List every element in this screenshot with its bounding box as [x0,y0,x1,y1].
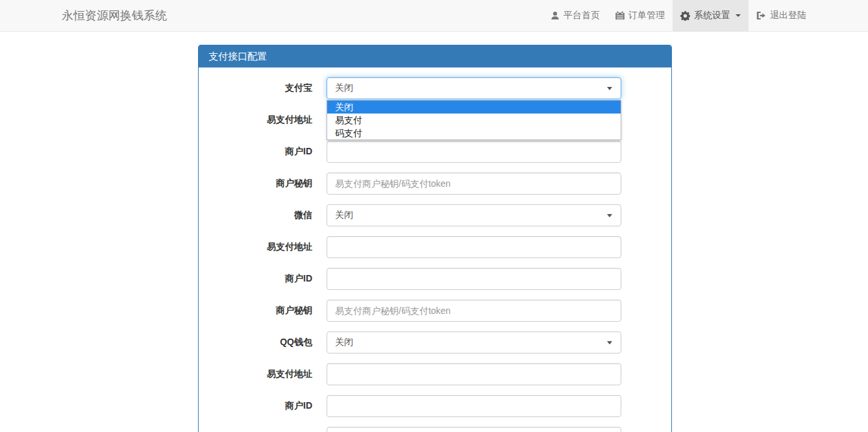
text-input[interactable] [327,395,621,417]
select-dropdown: 关闭易支付码支付 [327,100,621,140]
select-arrow-icon [607,87,612,90]
select-box[interactable]: 关闭 [327,204,621,226]
field-control: 关闭 [327,331,621,354]
panel-title: 支付接口配置 [199,45,671,67]
nav-item-platform-home[interactable]: 平台首页 [543,0,608,31]
form-row: 商户秘钥 [208,173,662,195]
form-row: 易支付地址 [208,363,662,385]
field-control [327,395,621,417]
text-input[interactable] [327,268,621,290]
nav-item-logout[interactable]: 退出登陆 [749,0,814,31]
panel-body: 支付宝 关闭 关闭易支付码支付 易支付地址 商户ID 商户秘钥 微信 关闭 [199,67,671,432]
nav-item-label: 系统设置 [694,10,730,21]
field-control [327,173,621,195]
field-control [327,300,621,322]
select-value: 关闭 [335,337,353,348]
field-control [327,427,621,432]
field-label: 商户秘钥 [208,305,312,317]
nav-item-label: 退出登陆 [770,10,806,21]
nav-item-label: 平台首页 [564,10,600,21]
field-label: 易支付地址 [208,114,312,126]
form-row: 商户ID [208,268,662,290]
nav-item-label: 订单管理 [628,10,665,21]
form-row: 易支付地址 [208,236,662,258]
navbar: 永恒资源网换钱系统 平台首页 订单管理 [0,0,868,32]
sign-out-icon [756,11,766,20]
main-content: 支付接口配置 支付宝 关闭 关闭易支付码支付 易支付地址 商户ID 商户秘钥 微… [0,45,868,432]
form-row: 商户ID [208,141,662,163]
select-value: 关闭 [335,210,353,221]
dropdown-option[interactable]: 易支付 [327,114,621,126]
select-box[interactable]: 关闭 [327,331,621,354]
text-input[interactable] [327,141,621,163]
select-arrow-icon [607,214,612,217]
select-box[interactable]: 关闭 [327,77,621,99]
field-label: 易支付地址 [208,368,312,380]
form-row: 商户秘钥 [208,427,662,432]
field-label: 商户ID [208,400,312,412]
form-row: 商户ID [208,395,662,417]
text-input[interactable] [327,236,621,258]
chevron-down-icon [736,14,741,17]
select-value: 关闭 [335,82,353,94]
field-control [327,141,621,163]
form-row: 微信 关闭 [208,204,662,226]
select-arrow-icon [607,341,612,344]
user-icon [551,11,560,20]
field-control: 关闭 关闭易支付码支付 [327,77,621,99]
gear-icon [680,11,690,21]
form-row: QQ钱包 关闭 [208,331,662,354]
field-control [327,363,621,385]
nav-menu: 平台首页 订单管理 系统设置 [543,0,814,31]
text-input[interactable] [327,300,621,322]
dropdown-option[interactable]: 码支付 [327,126,621,139]
payment-config-panel: 支付接口配置 支付宝 关闭 关闭易支付码支付 易支付地址 商户ID 商户秘钥 微… [198,45,672,432]
text-input[interactable] [327,173,621,195]
field-label: 易支付地址 [208,241,312,253]
field-label: QQ钱包 [208,337,312,348]
field-control [327,268,621,290]
form-row: 商户秘钥 [208,300,662,322]
text-input[interactable] [327,363,621,385]
nav-item-order-management[interactable]: 订单管理 [608,0,673,31]
field-label: 支付宝 [208,82,312,94]
form-row: 支付宝 关闭 关闭易支付码支付 [208,77,662,99]
field-control [327,236,621,258]
field-control: 关闭 [327,204,621,226]
calendar-icon [615,11,625,20]
brand[interactable]: 永恒资源网换钱系统 [62,0,167,31]
dropdown-option[interactable]: 关闭 [327,101,621,114]
field-label: 商户ID [208,273,312,285]
text-input[interactable] [327,427,621,432]
field-label: 商户ID [208,146,312,158]
field-label: 微信 [208,210,312,221]
field-label: 商户秘钥 [208,178,312,189]
nav-item-system-settings[interactable]: 系统设置 [673,0,749,31]
